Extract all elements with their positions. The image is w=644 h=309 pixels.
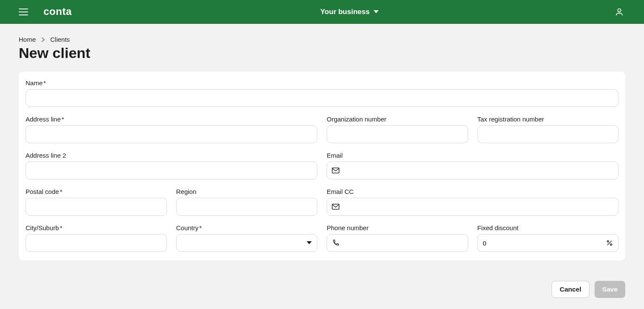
field-tax-number: Tax registration number [477, 116, 619, 143]
breadcrumb-home[interactable]: Home [19, 36, 36, 43]
label-address-line: Address line * [26, 116, 317, 123]
label-phone: Phone number [327, 224, 468, 231]
account-icon[interactable] [613, 6, 625, 18]
address-line-input[interactable] [26, 125, 317, 143]
label-postal-code: Postal code * [26, 188, 167, 195]
label-email-cc: Email CC [327, 188, 618, 195]
form-card: Name * Address line * Organiza [19, 72, 625, 260]
label-email: Email [327, 152, 618, 159]
region-input[interactable] [176, 198, 318, 216]
field-city: City/Suburb * [26, 224, 167, 252]
required-mark: * [43, 79, 46, 86]
required-mark: * [199, 224, 202, 231]
field-address-line-2: Address line 2 [26, 152, 317, 179]
field-email-cc: Email CC [327, 188, 618, 216]
label-city: City/Suburb * [26, 224, 167, 231]
app-header: conta Your business [0, 0, 644, 24]
label-country-text: Country [176, 224, 199, 231]
postal-code-input[interactable] [26, 198, 167, 216]
svg-point-1 [618, 9, 621, 12]
field-postal-code: Postal code * [26, 188, 167, 216]
label-city-text: City/Suburb [26, 224, 59, 231]
business-selector[interactable]: Your business [320, 8, 379, 16]
label-address-line-text: Address line [26, 116, 61, 123]
org-number-input[interactable] [327, 125, 468, 143]
required-mark: * [62, 116, 64, 122]
label-discount-text: Fixed discount [477, 224, 519, 231]
breadcrumb: Home Clients [19, 36, 625, 43]
header-left: conta [19, 6, 86, 18]
field-address-line: Address line * [26, 116, 317, 143]
page-title: New client [19, 45, 625, 61]
label-email-text: Email [327, 152, 343, 159]
tax-number-input[interactable] [477, 125, 619, 143]
business-selector-label: Your business [320, 8, 370, 16]
save-button[interactable]: Save [595, 281, 625, 298]
email-cc-input[interactable] [327, 198, 618, 216]
country-select[interactable] [176, 234, 318, 252]
form-footer: Cancel Save [0, 271, 644, 298]
required-mark: * [60, 224, 62, 231]
field-name: Name * [26, 79, 618, 107]
label-postal-code-text: Postal code [26, 188, 59, 195]
menu-icon[interactable] [19, 9, 28, 15]
label-org-number-text: Organization number [327, 116, 386, 123]
address-line-2-input[interactable] [26, 162, 317, 179]
name-input[interactable] [26, 89, 618, 107]
cancel-button[interactable]: Cancel [552, 281, 589, 298]
label-name: Name * [26, 79, 618, 87]
breadcrumb-clients[interactable]: Clients [50, 36, 70, 43]
caret-down-icon [373, 8, 379, 16]
field-country: Country * [176, 224, 318, 252]
city-input[interactable] [26, 234, 167, 252]
field-phone: Phone number [327, 224, 468, 252]
phone-input[interactable] [327, 234, 468, 252]
field-email: Email [327, 152, 618, 179]
email-input[interactable] [327, 162, 618, 179]
label-tax-number-text: Tax registration number [477, 116, 544, 123]
header-right [613, 6, 625, 18]
discount-input[interactable] [477, 234, 619, 252]
label-phone-text: Phone number [327, 224, 368, 231]
field-discount: Fixed discount [477, 224, 619, 252]
label-tax-number: Tax registration number [477, 116, 619, 123]
svg-text:conta: conta [43, 6, 72, 17]
label-org-number: Organization number [327, 116, 468, 123]
label-discount: Fixed discount [477, 224, 619, 231]
label-name-text: Name [26, 79, 43, 87]
form-grid: Name * Address line * Organiza [26, 79, 618, 252]
chevron-right-icon [41, 37, 45, 42]
label-email-cc-text: Email CC [327, 188, 354, 195]
label-region: Region [176, 188, 318, 195]
brand-logo[interactable]: conta [43, 6, 86, 18]
required-mark: * [60, 188, 62, 195]
label-address-line-2-text: Address line 2 [26, 152, 66, 159]
label-country: Country * [176, 224, 318, 231]
field-org-number: Organization number [327, 116, 468, 143]
label-region-text: Region [176, 188, 197, 195]
field-region: Region [176, 188, 318, 216]
label-address-line-2: Address line 2 [26, 152, 317, 159]
page: Home Clients New client Name * Address l… [0, 24, 644, 271]
